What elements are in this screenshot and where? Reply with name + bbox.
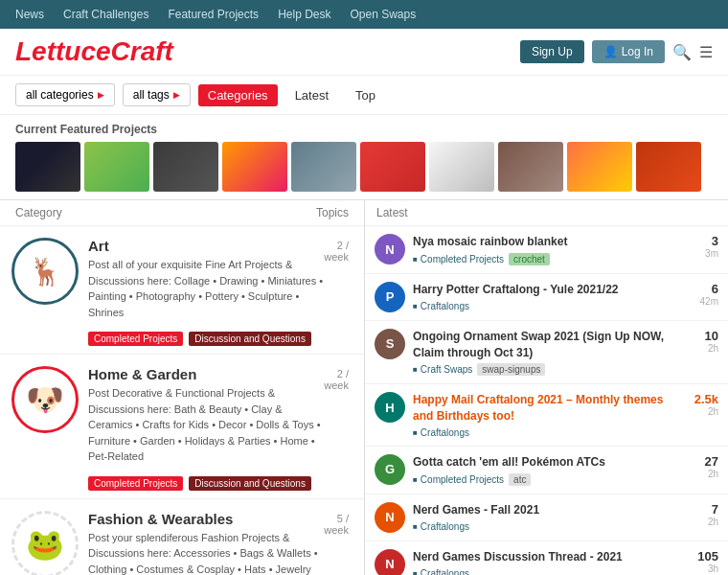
featured-img-6[interactable] [429, 142, 494, 192]
latest-item-count: 105 [697, 549, 718, 564]
home-tag-completed[interactable]: Completed Projects [88, 476, 183, 491]
topics-column-header: Topics [291, 206, 349, 219]
fashion-desc: Post your splendiferous Fashion Projects… [88, 530, 324, 576]
logo: LettuceCraft [15, 36, 520, 67]
latest-item-time: 2h [708, 517, 718, 527]
latest-item: S Ongoing Ornament Swap 2021 (Sign Up NO… [365, 321, 728, 385]
user-icon: 👤 [603, 45, 618, 58]
latest-item-title[interactable]: Harry Potter Craftalong - Yule 2021/22 [413, 282, 693, 298]
featured-img-7[interactable] [498, 142, 563, 192]
latest-item-category[interactable]: Completed Projects [413, 474, 504, 485]
menu-icon[interactable]: ☰ [699, 43, 713, 61]
fashion-rate: 5 / week [324, 511, 349, 536]
latest-item-category[interactable]: Completed Projects [413, 254, 504, 264]
art-tags: Completed Projects Discussion and Questi… [88, 332, 349, 346]
tab-latest[interactable]: Latest [285, 84, 338, 106]
nav-featured-projects[interactable]: Featured Projects [168, 8, 259, 21]
signup-button[interactable]: Sign Up [520, 40, 584, 63]
latest-item-count: 6 [700, 282, 718, 296]
nav-help-desk[interactable]: Help Desk [278, 8, 330, 21]
main-content: Category Topics 🦌 Art Post all of your e… [0, 199, 728, 575]
latest-item-title[interactable]: Happy Mail Craftalong 2021 – Monthly the… [413, 392, 687, 425]
latest-item-time: 2h [694, 406, 718, 417]
latest-item-count: 7 [708, 502, 718, 517]
featured-img-4[interactable] [291, 142, 356, 192]
home-garden-icon[interactable]: 🐶 [11, 366, 79, 433]
latest-item-time: 3h [697, 564, 718, 574]
nav-craft-challenges[interactable]: Craft Challenges [63, 8, 148, 21]
avatar: H [375, 392, 405, 423]
latest-item: G Gotta catch 'em all! Pokémon ATCs Comp… [365, 447, 728, 494]
badge: swap-signups [477, 363, 545, 376]
art-desc: Post all of your exquisite Fine Art Proj… [88, 257, 324, 320]
login-button[interactable]: 👤 Log In [592, 40, 665, 63]
art-rate: 2 / week [324, 238, 349, 263]
badge: crochet [509, 253, 550, 265]
category-column-header: Category [15, 206, 291, 219]
latest-item-category[interactable]: Craftalongs [413, 521, 469, 532]
featured-img-5[interactable] [360, 142, 425, 192]
art-tag-completed[interactable]: Completed Projects [88, 332, 183, 346]
home-tag-discussion[interactable]: Discussion and Questions [189, 476, 311, 491]
home-garden-name[interactable]: Home & Garden [88, 366, 324, 382]
featured-img-0[interactable] [15, 142, 80, 192]
latest-list: N Nya mosaic rainbow blanket Completed P… [365, 226, 728, 575]
latest-item-title[interactable]: Nerd Games - Fall 2021 [413, 502, 700, 518]
arrow-icon: ▶ [98, 90, 104, 100]
latest-item-category[interactable]: Craft Swaps [413, 364, 472, 375]
latest-item-count: 2.5k [694, 392, 718, 406]
latest-item-category[interactable]: Craftalongs [413, 301, 469, 311]
latest-item-meta: Completed Projects crochet [413, 253, 697, 265]
category-art: 🦌 Art Post all of your exquisite Fine Ar… [0, 226, 364, 355]
latest-item-title[interactable]: Nya mosaic rainbow blanket [413, 234, 697, 250]
latest-item: N Nerd Games - Fall 2021 Craftalongs 7 2… [365, 494, 728, 541]
latest-item-meta: Completed Projects atc [413, 473, 697, 486]
nav-open-swaps[interactable]: Open Swaps [350, 8, 416, 21]
featured-section: Current Featured Projects [0, 115, 728, 199]
latest-item-category[interactable]: Craftalongs [413, 568, 469, 575]
avatar: G [375, 454, 405, 485]
categories-column: Category Topics 🦌 Art Post all of your e… [0, 200, 364, 575]
tab-categories[interactable]: Categories [198, 84, 278, 106]
art-icon[interactable]: 🦌 [11, 238, 79, 305]
art-name[interactable]: Art [88, 238, 324, 254]
featured-img-3[interactable] [222, 142, 287, 192]
col-headers: Category Topics [0, 200, 364, 226]
featured-img-9[interactable] [636, 142, 701, 192]
latest-item-title[interactable]: Gotta catch 'em all! Pokémon ATCs [413, 454, 697, 471]
latest-item-meta: Craftalongs [413, 568, 690, 575]
header-actions: Sign Up 👤 Log In 🔍 ☰ [520, 40, 713, 63]
latest-item-count: 10 [705, 329, 718, 343]
latest-column: Latest N Nya mosaic rainbow blanket Comp… [364, 200, 728, 575]
arrow-icon: ▶ [173, 90, 180, 100]
latest-item-time: 2h [705, 469, 718, 479]
latest-item: P Harry Potter Craftalong - Yule 2021/22… [365, 274, 728, 321]
header: LettuceCraft Sign Up 👤 Log In 🔍 ☰ [0, 29, 728, 76]
top-nav: News Craft Challenges Featured Projects … [0, 0, 728, 29]
latest-item-title[interactable]: Ongoing Ornament Swap 2021 (Sign Up NOW,… [413, 329, 697, 361]
featured-title: Current Featured Projects [15, 123, 713, 136]
latest-item-category[interactable]: Craftalongs [413, 427, 469, 438]
featured-images [15, 142, 713, 192]
home-garden-rate: 2 / week [324, 366, 349, 391]
avatar: S [375, 329, 405, 359]
latest-item-count: 27 [705, 454, 718, 469]
nav-news[interactable]: News [15, 8, 44, 21]
search-icon[interactable]: 🔍 [672, 43, 692, 61]
art-tag-discussion[interactable]: Discussion and Questions [189, 332, 311, 346]
latest-column-header: Latest [365, 200, 728, 226]
featured-img-8[interactable] [567, 142, 632, 192]
latest-item: H Happy Mail Craftalong 2021 – Monthly t… [365, 384, 728, 447]
latest-item-meta: Craftalongs [413, 521, 700, 532]
all-categories-filter[interactable]: all categories ▶ [15, 83, 115, 106]
tab-top[interactable]: Top [346, 84, 385, 106]
latest-item: N Nerd Games Discussion Thread - 2021 Cr… [365, 541, 728, 575]
latest-item-title[interactable]: Nerd Games Discussion Thread - 2021 [413, 549, 690, 565]
category-fashion: 🐸 Fashion & Wearables Post your splendif… [0, 499, 364, 576]
featured-img-1[interactable] [84, 142, 149, 192]
fashion-name[interactable]: Fashion & Wearables [88, 511, 324, 527]
home-garden-desc: Post Decorative & Functional Projects & … [88, 385, 324, 465]
featured-img-2[interactable] [153, 142, 218, 192]
fashion-icon[interactable]: 🐸 [11, 511, 79, 576]
all-tags-filter[interactable]: all tags ▶ [123, 83, 191, 106]
